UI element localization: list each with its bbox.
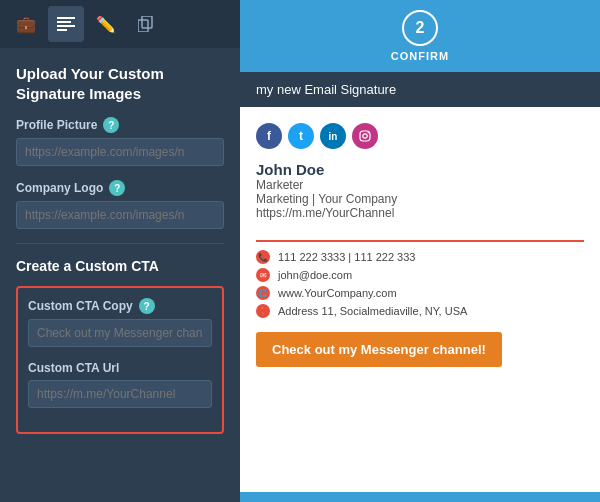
facebook-icon[interactable]: f <box>256 123 282 149</box>
contact-address: 📍 Address 11, Socialmediaville, NY, USA <box>256 304 584 318</box>
sig-preview-area: f t in John Doe Marketer Marketing | You… <box>240 107 600 492</box>
divider <box>16 243 224 244</box>
web-icon: 🌐 <box>256 286 270 300</box>
company-logo-group: Company Logo ? <box>16 180 224 229</box>
phone-text: 111 222 3333 | 111 222 333 <box>278 251 415 263</box>
contact-divider <box>256 240 584 242</box>
step-circle: 2 <box>402 10 438 46</box>
profile-picture-label: Profile Picture ? <box>16 117 224 133</box>
instagram-icon[interactable] <box>352 123 378 149</box>
right-panel: 2 CONFIRM my new Email Signature f t in … <box>240 0 600 502</box>
phone-icon: 📞 <box>256 250 270 264</box>
company-logo-label: Company Logo ? <box>16 180 224 196</box>
sig-name: John Doe <box>256 161 397 178</box>
email-icon: ✉ <box>256 268 270 282</box>
company-logo-help[interactable]: ? <box>109 180 125 196</box>
profile-picture-input[interactable] <box>16 138 224 166</box>
tab-briefcase[interactable]: 💼 <box>8 6 44 42</box>
svg-rect-1 <box>57 21 71 23</box>
twitter-icon[interactable]: t <box>288 123 314 149</box>
profile-picture-group: Profile Picture ? <box>16 117 224 166</box>
cta-url-group: Custom CTA Url <box>28 361 212 408</box>
svg-rect-5 <box>138 20 148 32</box>
cta-copy-help[interactable]: ? <box>139 298 155 314</box>
svg-point-8 <box>368 132 369 133</box>
company-logo-input[interactable] <box>16 201 224 229</box>
svg-point-7 <box>363 134 367 138</box>
cta-copy-input[interactable] <box>28 319 212 347</box>
contact-email: ✉ john@doe.com <box>256 268 584 282</box>
cta-url-input[interactable] <box>28 380 212 408</box>
sig-title-bar: my new Email Signature <box>240 72 600 107</box>
address-icon: 📍 <box>256 304 270 318</box>
sig-text-block: John Doe Marketer Marketing | Your Compa… <box>256 161 397 220</box>
svg-rect-4 <box>142 16 152 28</box>
svg-rect-2 <box>57 25 75 27</box>
cta-url-label: Custom CTA Url <box>28 361 212 375</box>
svg-rect-0 <box>57 17 75 19</box>
profile-picture-help[interactable]: ? <box>103 117 119 133</box>
step-label: CONFIRM <box>391 50 449 62</box>
sig-channel: https://m.me/YourChannel <box>256 206 397 220</box>
cta-section-title: Create a Custom CTA <box>16 258 224 274</box>
cta-box: Custom CTA Copy ? Custom CTA Url <box>16 286 224 434</box>
bottom-bar <box>240 492 600 502</box>
cta-copy-label: Custom CTA Copy ? <box>28 298 212 314</box>
website-text: www.YourCompany.com <box>278 287 397 299</box>
tab-pencil[interactable]: ✏️ <box>88 6 124 42</box>
address-text: Address 11, Socialmediaville, NY, USA <box>278 305 467 317</box>
contact-phone: 📞 111 222 3333 | 111 222 333 <box>256 250 584 264</box>
cta-button[interactable]: Check out my Messenger channel! <box>256 332 502 367</box>
tab-bar: 💼 ✏️ <box>0 0 240 48</box>
social-icons: f t in <box>256 123 584 149</box>
svg-rect-3 <box>57 29 67 31</box>
linkedin-icon[interactable]: in <box>320 123 346 149</box>
tab-copy[interactable] <box>128 6 164 42</box>
panel-content: Upload Your Custom Signature Images Prof… <box>0 48 240 502</box>
cta-copy-group: Custom CTA Copy ? <box>28 298 212 347</box>
sig-company: Marketing | Your Company <box>256 192 397 206</box>
tab-text[interactable] <box>48 6 84 42</box>
step-header: 2 CONFIRM <box>240 0 600 72</box>
email-text: john@doe.com <box>278 269 352 281</box>
contact-website: 🌐 www.YourCompany.com <box>256 286 584 300</box>
sig-role: Marketer <box>256 178 397 192</box>
sig-info-block: John Doe Marketer Marketing | Your Compa… <box>256 161 584 220</box>
left-panel: 💼 ✏️ Upload Your Custom Signature Images… <box>0 0 240 502</box>
section-title: Upload Your Custom Signature Images <box>16 64 224 103</box>
